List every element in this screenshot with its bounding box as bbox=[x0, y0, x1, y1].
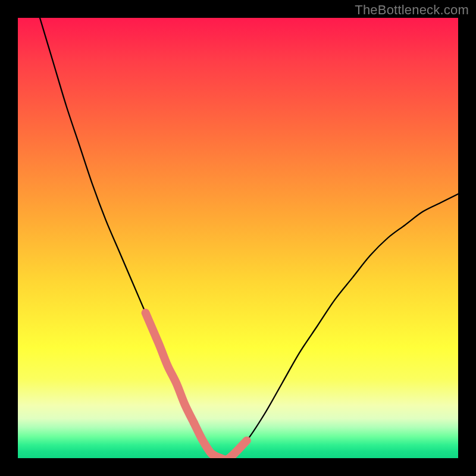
plot-area bbox=[18, 18, 458, 458]
curve-svg bbox=[18, 18, 458, 458]
highlight-right bbox=[212, 440, 247, 458]
bottleneck-curve bbox=[40, 18, 458, 458]
chart-frame: TheBottleneck.com bbox=[0, 0, 476, 476]
watermark-text: TheBottleneck.com bbox=[355, 2, 469, 18]
highlight-left bbox=[146, 313, 194, 423]
